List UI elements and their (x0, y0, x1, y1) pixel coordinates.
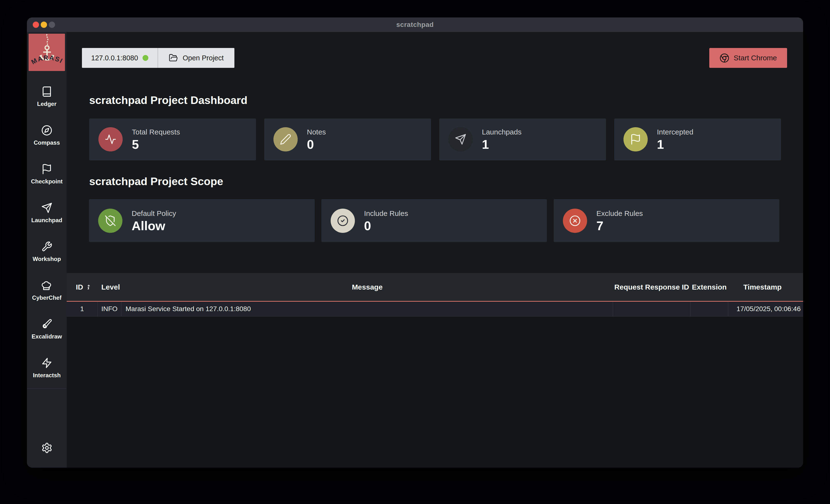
sidebar-item-excalidraw[interactable]: Excalidraw (27, 310, 67, 349)
sidebar-item-checkpoint[interactable]: Checkpoint (27, 155, 67, 194)
log-table-empty-area (67, 316, 803, 468)
send-icon (455, 134, 467, 145)
stat-value: 1 (482, 138, 521, 151)
sidebar-item-workshop[interactable]: Workshop (27, 232, 67, 271)
minimize-button[interactable] (41, 22, 47, 28)
chef-hat-icon (41, 280, 52, 291)
book-icon (41, 86, 52, 97)
flag-icon (630, 134, 641, 145)
gear-icon (41, 442, 53, 453)
scope-cards: Default Policy Allow Include Rules 0 (89, 199, 779, 242)
traffic-lights (33, 22, 55, 28)
close-button[interactable] (33, 22, 39, 28)
send-icon (41, 202, 52, 213)
folder-open-icon (169, 53, 178, 63)
scope-label: Include Rules (364, 209, 408, 217)
chrome-icon (720, 53, 729, 63)
stat-card-total-requests: Total Requests 5 (89, 119, 256, 160)
scope-label: Exclude Rules (596, 209, 643, 217)
proxy-address-control: 127.0.0.1:8080 Open Project (82, 48, 234, 68)
scope-card-default-policy: Default Policy Allow (89, 199, 315, 242)
open-project-button[interactable]: Open Project (158, 48, 234, 68)
column-header-timestamp[interactable]: Timestamp (728, 283, 803, 291)
flag-icon (41, 164, 52, 175)
column-header-request-response-id[interactable]: Request Response ID (613, 283, 690, 291)
topbar: 127.0.0.1:8080 Open Project Start Chrome (82, 48, 787, 68)
log-table-row[interactable]: 1 INFO Marasi Service Started on 127.0.0… (67, 302, 803, 316)
stat-value: 0 (307, 138, 326, 151)
scope-card-exclude-rules: Exclude Rules 7 (554, 199, 779, 242)
stat-card-launchpads: Launchpads 1 (439, 119, 606, 160)
log-cell-request-response-id (613, 302, 690, 316)
activity-icon (105, 134, 116, 145)
proxy-address[interactable]: 127.0.0.1:8080 (82, 48, 158, 68)
stat-label: Launchpads (482, 128, 521, 136)
scope-value: 0 (364, 220, 408, 232)
stat-icon-circle (448, 127, 473, 152)
scope-value: Allow (132, 220, 176, 232)
start-chrome-button[interactable]: Start Chrome (709, 48, 787, 68)
sidebar: MARASI Ledger Compass Check (27, 32, 67, 468)
log-cell-extension (690, 302, 728, 316)
log-table-header: ID Level Message Request Response ID Ext… (67, 273, 803, 302)
zoom-button[interactable] (49, 22, 55, 28)
stat-icon-circle (274, 127, 298, 152)
log-cell-id: 1 (67, 302, 98, 316)
sort-icon (86, 284, 92, 290)
sidebar-item-label: Interactsh (33, 372, 61, 379)
stat-value: 5 (132, 138, 180, 151)
sidebar-item-label: Launchpad (31, 217, 62, 224)
start-chrome-label: Start Chrome (734, 54, 777, 62)
scope-icon-circle (331, 209, 355, 233)
sidebar-item-cyberchef[interactable]: CyberChef (27, 271, 67, 310)
app-window: scratchpad (27, 18, 803, 468)
sidebar-item-launchpad[interactable]: Launchpad (27, 194, 67, 232)
window-title: scratchpad (396, 21, 434, 29)
desktop-background: scratchpad (0, 0, 830, 504)
proxy-address-text: 127.0.0.1:8080 (91, 54, 138, 62)
scope-label: Default Policy (132, 209, 176, 217)
open-project-label: Open Project (183, 54, 224, 62)
stat-value: 1 (657, 138, 693, 151)
log-cell-level: INFO (98, 302, 122, 316)
sidebar-item-label: Excalidraw (32, 333, 62, 340)
scope-icon-circle (563, 209, 587, 233)
scope-card-include-rules: Include Rules 0 (321, 199, 547, 242)
sidebar-nav: Ledger Compass Checkpoint Launchpad (27, 77, 67, 388)
stat-cards: Total Requests 5 Notes 0 (89, 119, 781, 160)
scope-title: scratchpad Project Scope (89, 174, 803, 189)
pencil-icon (280, 134, 291, 145)
sidebar-item-interactsh[interactable]: Interactsh (27, 349, 67, 388)
x-circle-icon (569, 215, 581, 227)
column-header-id[interactable]: ID (67, 283, 98, 291)
sidebar-item-label: Compass (34, 139, 60, 146)
compass-icon (41, 125, 52, 136)
paintbrush-icon (41, 318, 52, 330)
stat-icon-circle (624, 127, 648, 152)
log-cell-message: Marasi Service Started on 127.0.0.1:8080 (122, 302, 613, 316)
titlebar: scratchpad (27, 18, 803, 32)
log-table: ID Level Message Request Response ID Ext… (67, 273, 803, 468)
sidebar-item-compass[interactable]: Compass (27, 116, 67, 155)
dashboard-title: scratchpad Project Dashboard (89, 93, 803, 108)
stat-label: Notes (307, 128, 326, 136)
proxy-status-dot (142, 55, 148, 61)
sidebar-item-label: Workshop (33, 256, 61, 262)
sidebar-item-ledger[interactable]: Ledger (27, 77, 67, 116)
wrench-icon (41, 241, 52, 252)
settings-button[interactable] (41, 442, 53, 455)
column-header-level[interactable]: Level (98, 283, 122, 291)
scope-value: 7 (596, 220, 643, 232)
column-header-extension[interactable]: Extension (690, 283, 728, 291)
shield-off-icon (104, 215, 116, 227)
stat-card-notes: Notes 0 (264, 119, 431, 160)
sidebar-item-label: Checkpoint (31, 178, 63, 185)
stat-card-intercepted: Intercepted 1 (614, 119, 781, 160)
scope-icon-circle (98, 209, 122, 233)
column-header-message[interactable]: Message (122, 283, 613, 291)
stat-label: Total Requests (132, 128, 180, 136)
stat-icon-circle (98, 127, 123, 152)
log-cell-timestamp: 17/05/2025, 00:06:46 (728, 302, 803, 316)
marasi-logo: MARASI (29, 34, 65, 71)
sidebar-item-label: CyberChef (32, 294, 61, 301)
